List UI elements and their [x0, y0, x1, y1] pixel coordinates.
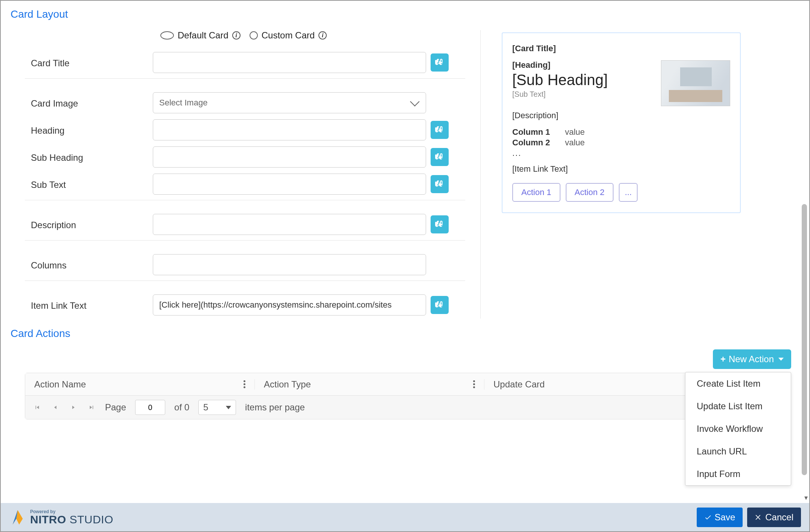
col-header-update-card-label: Update Card — [493, 379, 545, 390]
save-button[interactable]: Save — [697, 508, 743, 527]
lookup-button[interactable] — [431, 296, 449, 314]
col-header-action-name-label: Action Name — [34, 379, 86, 390]
dropdown-item-launch-url[interactable]: Launch URL — [685, 440, 791, 463]
pager-first[interactable] — [33, 403, 42, 412]
pager-page-size-select[interactable]: 5 — [198, 400, 236, 415]
info-icon[interactable]: i — [232, 31, 241, 40]
brand-name-rest: STUDIO — [66, 513, 113, 526]
label-description: Description — [10, 214, 153, 230]
row-heading: Heading — [10, 116, 465, 143]
preview-subheading: [Sub Heading] — [512, 72, 653, 88]
pager-next[interactable] — [69, 403, 78, 412]
divider — [25, 78, 465, 79]
info-icon[interactable]: i — [318, 31, 327, 40]
preview-description: [Description] — [512, 111, 730, 120]
row-sub-heading: Sub Heading — [10, 143, 465, 171]
col-header-action-type[interactable]: Action Type — [255, 379, 484, 390]
section-title-card-layout: Card Layout — [11, 8, 800, 20]
kebab-icon[interactable] — [473, 380, 475, 388]
preview-col-key: Column 1 — [512, 127, 557, 137]
radio-default-card-label: Default Card — [178, 30, 228, 41]
preview-action-more[interactable]: ... — [619, 183, 638, 202]
col-header-action-name[interactable]: Action Name — [25, 379, 255, 390]
preview-column: [Card Title] [Heading] [Sub Heading] [Su… — [480, 30, 741, 319]
label-card-title: Card Title — [10, 52, 153, 69]
pager-page-input[interactable] — [135, 400, 165, 415]
select-card-image[interactable]: Select Image — [153, 92, 426, 113]
lookup-button[interactable] — [431, 215, 449, 233]
binoculars-icon — [435, 58, 445, 67]
dropdown-item-input-form[interactable]: Input Form — [685, 463, 791, 485]
preview-col-key: Column 2 — [512, 138, 557, 148]
cancel-button-label: Cancel — [765, 512, 793, 523]
radio-default-card[interactable]: Default Card i — [160, 30, 241, 41]
preview-image-placeholder — [661, 60, 730, 106]
card-type-radio-group: Default Card i Custom Card i — [160, 30, 465, 41]
input-card-title[interactable] — [153, 52, 426, 73]
preview-item-link: [Item Link Text] — [512, 164, 730, 174]
lookup-button[interactable] — [431, 53, 449, 72]
form-left-column: Default Card i Custom Card i Card Title — [10, 30, 465, 319]
control-wrap — [153, 52, 449, 73]
check-icon — [704, 514, 712, 521]
dropdown-item-create-list-item[interactable]: Create List Item — [685, 372, 791, 395]
dropdown-item-invoke-workflow[interactable]: Invoke Workflow — [685, 418, 791, 440]
input-heading[interactable] — [153, 119, 426, 140]
pager-last[interactable] — [87, 403, 96, 412]
kebab-icon[interactable] — [244, 380, 245, 388]
pager-of-text: of 0 — [174, 402, 189, 413]
new-action-button[interactable]: + New Action — [713, 349, 791, 369]
footer-bar: Powered by NITRO STUDIO Save Cancel — [1, 503, 809, 531]
preview-text-block: [Heading] [Sub Heading] [Sub Text] — [512, 60, 653, 106]
new-action-dropdown: Create List Item Update List Item Invoke… — [685, 372, 791, 486]
scroll-down-icon[interactable]: ▾ — [804, 494, 808, 502]
cancel-button[interactable]: Cancel — [747, 508, 801, 527]
grid-pager: Page of 0 5 items per page — [25, 396, 791, 419]
label-sub-heading: Sub Heading — [10, 146, 153, 163]
logo-mark-icon — [9, 509, 26, 526]
divider — [25, 280, 465, 281]
caret-down-icon — [226, 406, 231, 409]
input-sub-heading[interactable] — [153, 146, 426, 168]
preview-heading: [Heading] — [512, 60, 653, 70]
lookup-button[interactable] — [431, 175, 449, 193]
preview-col-row: Column 1 value — [512, 127, 730, 137]
scrollbar[interactable]: ▾ — [801, 1, 807, 501]
dropdown-item-update-list-item[interactable]: Update List Item — [685, 395, 791, 418]
actions-grid: Action Name Action Type Update Card Page — [25, 373, 791, 419]
lookup-button[interactable] — [431, 148, 449, 166]
label-columns: Columns — [10, 254, 153, 271]
lookup-button[interactable] — [431, 121, 449, 139]
scrollbar-thumb[interactable] — [802, 204, 807, 475]
binoculars-icon — [435, 152, 445, 162]
content-area: Card Layout Default Card i Custom Card i — [1, 1, 809, 503]
control-wrap — [153, 214, 449, 235]
control-wrap — [153, 146, 449, 168]
radio-custom-card-label: Custom Card — [262, 30, 315, 41]
label-item-link-text: Item Link Text — [10, 294, 153, 311]
preview-col-row: Column 2 value — [512, 138, 730, 148]
preview-actions: Action 1 Action 2 ... — [512, 183, 730, 202]
input-columns[interactable] — [153, 254, 426, 275]
footer-buttons: Save Cancel — [697, 508, 801, 527]
svg-marker-0 — [13, 510, 23, 524]
row-sub-text: Sub Text — [10, 171, 465, 198]
row-card-title: Card Title — [10, 49, 465, 76]
label-heading: Heading — [10, 119, 153, 136]
preview-action-2[interactable]: Action 2 — [566, 183, 614, 202]
actions-toolbar: + New Action Create List Item Update Lis… — [10, 349, 791, 369]
control-wrap — [153, 294, 449, 316]
select-card-image-placeholder: Select Image — [159, 98, 207, 108]
input-sub-text[interactable] — [153, 174, 426, 195]
preview-action-1[interactable]: Action 1 — [512, 183, 560, 202]
preview-subtext: [Sub Text] — [512, 90, 653, 99]
preview-card-title: [Card Title] — [512, 44, 730, 53]
input-item-link-text[interactable] — [153, 294, 426, 316]
radio-custom-card[interactable]: Custom Card i — [250, 30, 327, 41]
row-columns: Columns — [10, 243, 465, 278]
input-description[interactable] — [153, 214, 426, 235]
brand-name-bold: NITRO — [30, 513, 66, 526]
pager-prev[interactable] — [51, 403, 60, 412]
pager-page-label: Page — [105, 402, 126, 413]
divider — [25, 240, 465, 241]
